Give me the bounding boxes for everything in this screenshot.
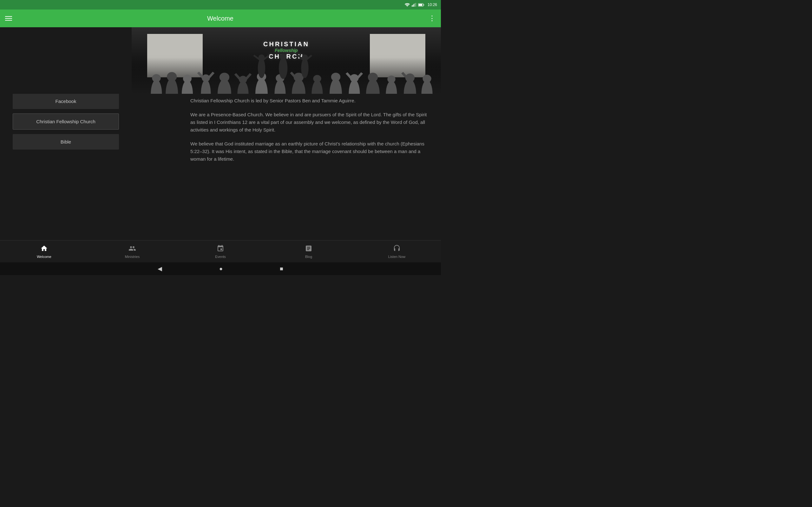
stage-scene: CHRISTIAN Fellowship CHURCH	[132, 27, 441, 94]
app-bar-title: Welcome	[207, 15, 234, 22]
home-button[interactable]: ●	[219, 266, 223, 272]
content-paragraph-1: Christian Fellowship Church is led by Se…	[190, 97, 428, 105]
content-paragraph-3: We believe that God instituted marriage …	[190, 140, 428, 163]
system-nav-bar: ◀ ● ■	[0, 262, 441, 275]
stage-christian-text: CHRISTIAN	[263, 41, 309, 48]
svg-point-55	[280, 54, 287, 60]
svg-rect-3	[414, 4, 414, 7]
listen-now-icon	[393, 245, 401, 253]
svg-rect-2	[413, 5, 413, 7]
svg-rect-8	[418, 4, 422, 6]
svg-point-12	[167, 72, 177, 81]
svg-point-42	[368, 72, 378, 82]
blog-icon	[305, 245, 312, 253]
wifi-icon	[405, 3, 410, 7]
content-paragraph-2: We are a Presence-Based Church. We belie…	[190, 111, 428, 134]
hamburger-menu-icon[interactable]	[5, 16, 12, 20]
battery-icon	[418, 3, 424, 7]
nav-ministries-label: Ministries	[125, 255, 140, 259]
app-bar: Welcome ⋮	[0, 9, 441, 27]
nav-blog-label: Blog	[305, 255, 312, 259]
events-icon	[217, 245, 224, 253]
facebook-button[interactable]: Facebook	[13, 94, 119, 109]
svg-point-14	[183, 75, 192, 83]
ministries-icon	[129, 245, 136, 253]
hero-image: CHRISTIAN Fellowship CHURCH	[132, 27, 441, 94]
svg-rect-1	[412, 5, 412, 7]
nav-welcome-label: Welcome	[37, 255, 51, 259]
status-bar: 10:26	[0, 0, 441, 9]
status-icons: 10:26	[405, 3, 437, 7]
time-display: 10:26	[427, 3, 437, 7]
signal-icon	[412, 3, 416, 7]
nav-events[interactable]: Events	[205, 245, 236, 259]
bottom-nav: Welcome Ministries Events Blog	[0, 240, 441, 262]
nav-listen-now-label: Listen Now	[388, 255, 405, 259]
svg-point-54	[279, 57, 287, 79]
hero-left-overlay	[0, 27, 132, 94]
svg-point-20	[219, 72, 229, 82]
svg-point-50	[258, 58, 265, 78]
nav-blog[interactable]: Blog	[293, 245, 324, 259]
nav-events-label: Events	[215, 255, 226, 259]
svg-point-10	[152, 74, 160, 82]
christian-fellowship-church-button[interactable]: Christian Fellowship Church	[13, 113, 119, 130]
crowd-silhouettes	[132, 54, 441, 94]
main-content: Christian Fellowship Church is led by Se…	[184, 94, 435, 246]
svg-rect-7	[423, 4, 424, 5]
back-button[interactable]: ◀	[158, 265, 162, 272]
home-icon	[40, 245, 48, 253]
svg-point-0	[407, 6, 408, 7]
bible-button[interactable]: Bible	[13, 134, 119, 150]
stage-fellowship-text: Fellowship	[263, 48, 309, 53]
nav-listen-now[interactable]: Listen Now	[381, 245, 413, 259]
svg-point-49	[422, 75, 431, 83]
svg-point-56	[301, 58, 308, 78]
more-options-icon[interactable]: ⋮	[428, 14, 436, 22]
svg-point-44	[387, 75, 395, 83]
recent-apps-button[interactable]: ■	[280, 266, 283, 272]
nav-welcome[interactable]: Welcome	[28, 245, 60, 259]
svg-point-34	[313, 75, 321, 82]
svg-point-36	[331, 72, 340, 81]
nav-ministries[interactable]: Ministries	[116, 245, 148, 259]
svg-rect-4	[415, 3, 415, 7]
svg-rect-5	[415, 3, 416, 7]
